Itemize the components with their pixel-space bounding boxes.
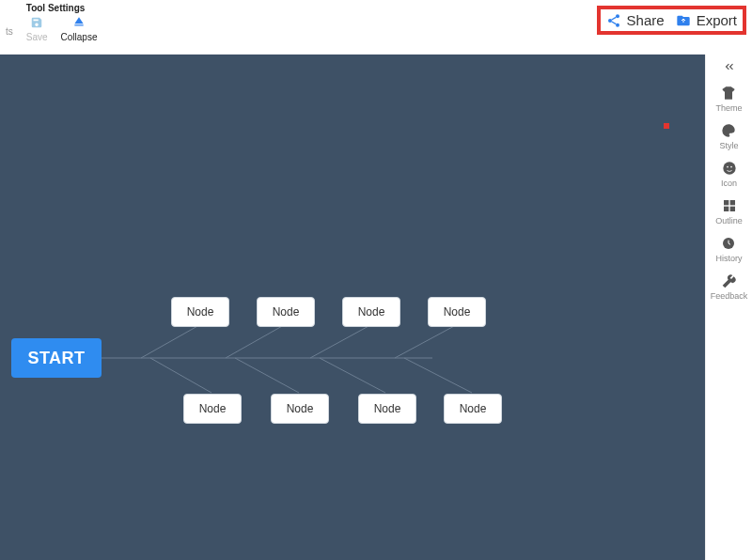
top-node-3[interactable]: Node <box>342 297 400 327</box>
sidebar-label-theme: Theme <box>715 103 742 113</box>
sidebar-collapse-button[interactable] <box>706 60 752 77</box>
wrench-icon <box>721 272 738 289</box>
save-label: Save <box>26 32 48 42</box>
svg-point-6 <box>730 166 732 168</box>
top-node-1[interactable]: Node <box>171 297 229 327</box>
svg-rect-0 <box>74 24 83 25</box>
sidebar-label-icon: Icon <box>721 179 737 188</box>
sidebar-label-history: History <box>715 254 742 263</box>
svg-rect-10 <box>729 207 734 211</box>
right-sidebar: Theme Style Icon Outline History Feedbac… <box>705 54 752 560</box>
export-button[interactable]: Export <box>676 12 737 28</box>
canvas[interactable]: START Node Node Node Node Node Node Node… <box>0 54 706 560</box>
share-icon <box>606 13 621 28</box>
svg-rect-8 <box>729 200 734 205</box>
top-node-2[interactable]: Node <box>257 297 315 327</box>
svg-point-3 <box>616 23 619 26</box>
tool-settings-title: Tool Settings <box>26 3 98 13</box>
smiley-icon <box>721 160 738 177</box>
share-button[interactable]: Share <box>606 12 665 28</box>
save-button[interactable]: Save <box>26 15 48 42</box>
svg-point-5 <box>727 166 728 168</box>
sidebar-item-icon[interactable]: Icon <box>721 160 738 188</box>
shirt-icon <box>720 85 737 101</box>
clock-icon <box>720 235 737 252</box>
sidebar-item-outline[interactable]: Outline <box>715 197 743 226</box>
collapse-label: Collapse <box>61 32 98 42</box>
truncated-tab-label: ts <box>6 0 17 37</box>
collapse-icon <box>71 15 86 30</box>
toolbar: ts Tool Settings Save Collapse Share <box>0 0 752 55</box>
grid-icon <box>721 197 738 214</box>
save-icon <box>29 15 44 30</box>
collapse-button[interactable]: Collapse <box>61 15 98 42</box>
svg-point-1 <box>616 14 619 18</box>
sidebar-item-feedback[interactable]: Feedback <box>711 272 748 301</box>
top-node-4[interactable]: Node <box>428 297 486 327</box>
chevron-left-double-icon <box>721 60 738 76</box>
export-icon <box>676 13 691 28</box>
sidebar-label-style: Style <box>719 141 738 150</box>
sidebar-item-theme[interactable]: Theme <box>715 85 742 113</box>
bottom-node-4[interactable]: Node <box>444 394 502 424</box>
sidebar-label-outline: Outline <box>715 216 743 226</box>
share-label: Share <box>627 12 665 28</box>
tool-settings-group: Tool Settings Save Collapse <box>17 0 107 42</box>
sidebar-label-feedback: Feedback <box>711 291 748 301</box>
svg-rect-9 <box>724 207 728 211</box>
sidebar-item-style[interactable]: Style <box>719 122 738 150</box>
sidebar-item-history[interactable]: History <box>715 235 742 263</box>
svg-point-4 <box>723 162 735 174</box>
export-label: Export <box>697 12 737 28</box>
share-export-highlight: Share Export <box>597 6 746 35</box>
bottom-node-3[interactable]: Node <box>358 394 416 424</box>
palette-icon <box>720 122 737 139</box>
svg-rect-7 <box>724 200 728 205</box>
bottom-node-1[interactable]: Node <box>183 394 242 424</box>
svg-point-2 <box>608 19 612 23</box>
root-node[interactable]: START <box>11 338 102 378</box>
bottom-node-2[interactable]: Node <box>271 394 329 424</box>
